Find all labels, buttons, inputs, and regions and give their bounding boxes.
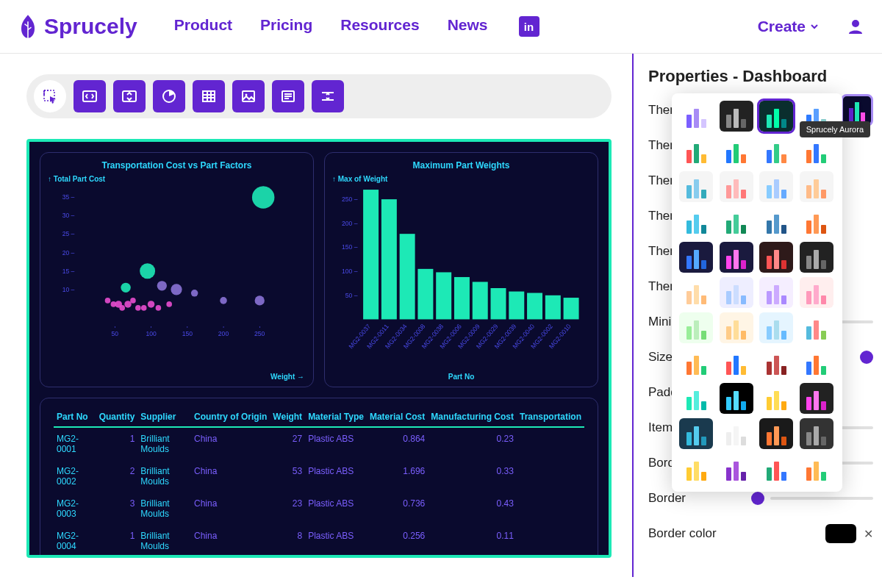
theme-option[interactable] (800, 312, 833, 343)
theme-option[interactable] (720, 418, 753, 449)
properties-title: Properties - Dashboard (648, 67, 873, 86)
text-tool[interactable] (272, 80, 304, 112)
theme-option[interactable] (720, 312, 753, 343)
svg-text:150 –: 150 – (342, 243, 358, 251)
theme-option[interactable] (679, 242, 713, 273)
theme-option[interactable] (679, 136, 713, 167)
theme-option[interactable] (679, 418, 713, 449)
theme-option[interactable] (720, 242, 753, 273)
svg-rect-72 (564, 298, 579, 319)
nav-pricing[interactable]: Pricing (260, 16, 312, 37)
image-tool[interactable] (232, 80, 265, 112)
theme-option[interactable] (759, 242, 793, 273)
col-header[interactable]: Material Type (305, 407, 367, 427)
theme-option[interactable] (800, 453, 833, 484)
theme-option[interactable] (679, 277, 713, 308)
svg-rect-68 (491, 288, 506, 319)
theme-option[interactable] (720, 383, 753, 414)
svg-rect-69 (509, 292, 524, 320)
table-row[interactable]: MG2-00011Brilliant MouldsChina27Plastic … (54, 427, 584, 460)
chart-tool[interactable] (153, 80, 185, 112)
theme-option[interactable] (759, 453, 793, 484)
theme-option[interactable] (679, 453, 713, 484)
col-header[interactable]: Supplier (137, 407, 191, 427)
theme-option[interactable] (720, 207, 753, 237)
scatter-chart-card[interactable]: Transportation Cost vs Part Factors ↑ To… (40, 152, 314, 387)
theme-option[interactable] (759, 101, 793, 132)
col-header[interactable]: Country of Origin (191, 407, 270, 427)
theme-option[interactable] (800, 242, 833, 273)
theme-option[interactable] (720, 101, 753, 132)
svg-point-52 (141, 305, 147, 311)
linkedin-icon[interactable]: in (519, 16, 539, 37)
vertical-layout-tool[interactable] (113, 80, 146, 112)
theme-option[interactable] (720, 171, 753, 202)
svg-rect-64 (417, 269, 433, 320)
select-tool[interactable] (34, 80, 66, 112)
theme-option[interactable] (720, 453, 753, 484)
theme-option[interactable] (679, 101, 713, 132)
theme-option[interactable] (679, 312, 713, 343)
svg-point-3 (852, 20, 859, 27)
svg-point-48 (119, 305, 125, 311)
brand-name: Sprucely (44, 14, 137, 39)
color-swatch[interactable] (825, 524, 856, 543)
bar-chart-card[interactable]: Maximum Part Weights ↑ Max of Weight 50 … (324, 152, 598, 387)
svg-point-41 (171, 284, 182, 295)
theme-option[interactable] (800, 207, 833, 237)
table-tool[interactable] (193, 80, 225, 112)
svg-rect-70 (527, 293, 542, 320)
theme-option[interactable] (759, 348, 793, 379)
nav-resources[interactable]: Resources (340, 16, 419, 37)
dashboard-canvas[interactable]: Transportation Cost vs Part Factors ↑ To… (26, 139, 612, 558)
svg-point-42 (191, 290, 198, 297)
table-row[interactable]: MG2-00022Brilliant MouldsChina53Plastic … (54, 460, 584, 492)
table-row[interactable]: MG2-00041Brilliant MouldsChina8Plastic A… (54, 525, 584, 557)
border-slider-2[interactable] (751, 492, 873, 505)
svg-point-44 (255, 295, 265, 305)
col-header[interactable]: Quantity (96, 407, 138, 427)
theme-option[interactable] (679, 383, 713, 414)
svg-point-40 (157, 281, 167, 290)
theme-option[interactable] (800, 418, 833, 449)
nav-news[interactable]: News (448, 16, 488, 37)
logo[interactable]: Sprucely (18, 13, 137, 40)
theme-option[interactable] (800, 171, 833, 202)
horizontal-layout-tool[interactable] (74, 80, 106, 112)
col-header[interactable]: Material Cost (367, 407, 428, 427)
parts-table: Part NoQuantitySupplierCountry of Origin… (54, 407, 584, 558)
theme-option[interactable] (759, 171, 793, 202)
theme-option[interactable] (679, 171, 713, 202)
table-row[interactable]: MG2-00033Brilliant MouldsChina23Plastic … (54, 492, 584, 525)
col-header[interactable]: Part No (54, 407, 96, 427)
col-header[interactable]: Manufacturing Cost (428, 407, 517, 427)
theme-option[interactable] (679, 207, 713, 237)
theme-option[interactable] (759, 136, 793, 167)
theme-option[interactable] (720, 277, 753, 308)
data-table-card[interactable]: Part NoQuantitySupplierCountry of Origin… (40, 398, 598, 558)
svg-text:200 –: 200 – (342, 220, 358, 227)
leaf-icon (18, 13, 38, 40)
theme-option[interactable] (759, 207, 793, 237)
spacer-tool[interactable] (312, 80, 344, 112)
theme-option[interactable] (800, 136, 833, 167)
theme-option[interactable] (759, 277, 793, 308)
nav-product[interactable]: Product (174, 16, 232, 37)
theme-option[interactable] (720, 348, 753, 379)
theme-option[interactable] (800, 383, 833, 414)
theme-option[interactable] (759, 383, 793, 414)
col-header[interactable]: Weight (270, 407, 305, 427)
theme-option[interactable] (759, 418, 793, 449)
svg-text:50 –: 50 – (345, 292, 358, 299)
user-icon[interactable] (847, 18, 864, 35)
theme-option[interactable] (800, 348, 833, 379)
theme-option[interactable] (720, 136, 753, 167)
create-dropdown[interactable]: Create (758, 18, 819, 35)
table-row[interactable]: MG2-00052Brilliant MouldsChina24Plastic … (54, 557, 584, 558)
svg-rect-66 (454, 277, 470, 319)
col-header[interactable]: Transportation (517, 407, 584, 427)
clear-icon[interactable]: ✕ (864, 527, 873, 541)
theme-option[interactable] (679, 348, 713, 379)
theme-option[interactable] (759, 312, 793, 343)
theme-option[interactable] (800, 277, 833, 308)
